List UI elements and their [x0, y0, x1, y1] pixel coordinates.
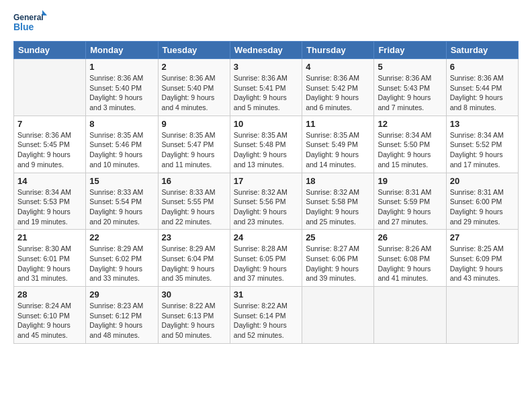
calendar-cell: 4Sunrise: 8:36 AMSunset: 5:42 PMDaylight…	[302, 59, 374, 116]
calendar-cell: 25Sunrise: 8:27 AMSunset: 6:06 PMDayligh…	[302, 230, 374, 287]
calendar-cell: 23Sunrise: 8:29 AMSunset: 6:04 PMDayligh…	[158, 230, 230, 287]
day-info: Sunrise: 8:34 AMSunset: 5:50 PMDaylight:…	[378, 130, 442, 170]
calendar-cell: 27Sunrise: 8:25 AMSunset: 6:09 PMDayligh…	[446, 230, 518, 287]
weekday-header: Thursday	[302, 42, 374, 59]
day-info: Sunrise: 8:23 AMSunset: 6:12 PMDaylight:…	[89, 301, 154, 340]
day-number: 21	[17, 232, 82, 242]
svg-text:General: General	[13, 13, 44, 22]
calendar-cell: 19Sunrise: 8:31 AMSunset: 5:59 PMDayligh…	[374, 173, 446, 230]
day-number: 12	[378, 119, 442, 129]
calendar-cell: 21Sunrise: 8:30 AMSunset: 6:01 PMDayligh…	[14, 230, 86, 287]
calendar-cell: 5Sunrise: 8:36 AMSunset: 5:43 PMDaylight…	[374, 59, 446, 116]
calendar-header: SundayMondayTuesdayWednesdayThursdayFrid…	[14, 42, 519, 59]
day-info: Sunrise: 8:26 AMSunset: 6:08 PMDaylight:…	[378, 244, 442, 283]
day-number: 27	[450, 232, 515, 242]
day-info: Sunrise: 8:36 AMSunset: 5:40 PMDaylight:…	[89, 73, 154, 113]
day-info: Sunrise: 8:35 AMSunset: 5:47 PMDaylight:…	[162, 130, 226, 170]
calendar-body: 1Sunrise: 8:36 AMSunset: 5:40 PMDaylight…	[14, 59, 519, 344]
day-info: Sunrise: 8:29 AMSunset: 6:04 PMDaylight:…	[162, 244, 226, 283]
day-number: 1	[89, 62, 154, 72]
day-number: 7	[17, 119, 82, 129]
calendar-cell	[446, 287, 518, 344]
calendar-cell	[302, 287, 374, 344]
calendar-cell: 12Sunrise: 8:34 AMSunset: 5:50 PMDayligh…	[374, 116, 446, 173]
day-info: Sunrise: 8:35 AMSunset: 5:46 PMDaylight:…	[89, 130, 154, 170]
calendar-cell: 13Sunrise: 8:34 AMSunset: 5:52 PMDayligh…	[446, 116, 518, 173]
day-info: Sunrise: 8:36 AMSunset: 5:44 PMDaylight:…	[450, 73, 515, 113]
day-info: Sunrise: 8:36 AMSunset: 5:40 PMDaylight:…	[162, 73, 226, 113]
weekday-header: Sunday	[14, 42, 86, 59]
weekday-header: Saturday	[446, 42, 518, 59]
day-info: Sunrise: 8:33 AMSunset: 5:55 PMDaylight:…	[162, 187, 226, 227]
day-number: 13	[450, 119, 515, 129]
day-number: 6	[450, 62, 515, 72]
day-number: 3	[234, 62, 298, 72]
calendar-cell: 17Sunrise: 8:32 AMSunset: 5:56 PMDayligh…	[230, 173, 302, 230]
day-info: Sunrise: 8:29 AMSunset: 6:02 PMDaylight:…	[89, 244, 154, 283]
calendar-cell: 31Sunrise: 8:22 AMSunset: 6:14 PMDayligh…	[230, 287, 302, 344]
day-info: Sunrise: 8:32 AMSunset: 5:56 PMDaylight:…	[234, 187, 298, 227]
day-info: Sunrise: 8:31 AMSunset: 5:59 PMDaylight:…	[378, 187, 442, 227]
day-number: 4	[306, 62, 370, 72]
calendar-cell: 18Sunrise: 8:32 AMSunset: 5:58 PMDayligh…	[302, 173, 374, 230]
calendar-cell: 10Sunrise: 8:35 AMSunset: 5:48 PMDayligh…	[230, 116, 302, 173]
logo: General Blue	[13, 10, 47, 34]
day-info: Sunrise: 8:32 AMSunset: 5:58 PMDaylight:…	[306, 187, 370, 227]
day-info: Sunrise: 8:27 AMSunset: 6:06 PMDaylight:…	[306, 244, 370, 283]
day-info: Sunrise: 8:34 AMSunset: 5:53 PMDaylight:…	[17, 187, 82, 227]
weekday-header: Wednesday	[230, 42, 302, 59]
calendar-cell: 11Sunrise: 8:35 AMSunset: 5:49 PMDayligh…	[302, 116, 374, 173]
day-number: 25	[306, 232, 370, 242]
day-number: 8	[89, 119, 154, 129]
day-info: Sunrise: 8:36 AMSunset: 5:45 PMDaylight:…	[17, 130, 82, 170]
calendar-cell: 15Sunrise: 8:33 AMSunset: 5:54 PMDayligh…	[86, 173, 158, 230]
calendar-cell: 2Sunrise: 8:36 AMSunset: 5:40 PMDaylight…	[158, 59, 230, 116]
calendar-cell: 22Sunrise: 8:29 AMSunset: 6:02 PMDayligh…	[86, 230, 158, 287]
day-number: 18	[306, 176, 370, 186]
day-info: Sunrise: 8:30 AMSunset: 6:01 PMDaylight:…	[17, 244, 82, 283]
page-header: General Blue	[13, 10, 519, 34]
calendar-cell: 24Sunrise: 8:28 AMSunset: 6:05 PMDayligh…	[230, 230, 302, 287]
svg-text:Blue: Blue	[13, 21, 34, 32]
weekday-header: Friday	[374, 42, 446, 59]
calendar-cell: 26Sunrise: 8:26 AMSunset: 6:08 PMDayligh…	[374, 230, 446, 287]
calendar-cell: 1Sunrise: 8:36 AMSunset: 5:40 PMDaylight…	[86, 59, 158, 116]
day-number: 24	[234, 232, 298, 242]
day-info: Sunrise: 8:34 AMSunset: 5:52 PMDaylight:…	[450, 130, 515, 170]
day-info: Sunrise: 8:22 AMSunset: 6:13 PMDaylight:…	[162, 301, 226, 340]
day-info: Sunrise: 8:36 AMSunset: 5:42 PMDaylight:…	[306, 73, 370, 113]
calendar-cell: 29Sunrise: 8:23 AMSunset: 6:12 PMDayligh…	[86, 287, 158, 344]
svg-marker-2	[42, 10, 47, 15]
day-number: 14	[17, 176, 82, 186]
day-number: 19	[378, 176, 442, 186]
day-info: Sunrise: 8:31 AMSunset: 6:00 PMDaylight:…	[450, 187, 515, 227]
day-info: Sunrise: 8:25 AMSunset: 6:09 PMDaylight:…	[450, 244, 515, 283]
weekday-header: Tuesday	[158, 42, 230, 59]
day-number: 23	[162, 232, 226, 242]
day-number: 15	[89, 176, 154, 186]
day-number: 9	[162, 119, 226, 129]
day-number: 20	[450, 176, 515, 186]
day-number: 2	[162, 62, 226, 72]
day-info: Sunrise: 8:36 AMSunset: 5:41 PMDaylight:…	[234, 73, 298, 113]
calendar-cell: 3Sunrise: 8:36 AMSunset: 5:41 PMDaylight…	[230, 59, 302, 116]
calendar-table: SundayMondayTuesdayWednesdayThursdayFrid…	[13, 41, 519, 344]
calendar-cell: 28Sunrise: 8:24 AMSunset: 6:10 PMDayligh…	[14, 287, 86, 344]
day-info: Sunrise: 8:35 AMSunset: 5:49 PMDaylight:…	[306, 130, 370, 170]
calendar-cell: 30Sunrise: 8:22 AMSunset: 6:13 PMDayligh…	[158, 287, 230, 344]
day-number: 10	[234, 119, 298, 129]
calendar-cell: 16Sunrise: 8:33 AMSunset: 5:55 PMDayligh…	[158, 173, 230, 230]
day-info: Sunrise: 8:36 AMSunset: 5:43 PMDaylight:…	[378, 73, 442, 113]
calendar-cell: 8Sunrise: 8:35 AMSunset: 5:46 PMDaylight…	[86, 116, 158, 173]
calendar-cell: 20Sunrise: 8:31 AMSunset: 6:00 PMDayligh…	[446, 173, 518, 230]
calendar-cell: 7Sunrise: 8:36 AMSunset: 5:45 PMDaylight…	[14, 116, 86, 173]
day-number: 5	[378, 62, 442, 72]
calendar-cell	[14, 59, 86, 116]
day-number: 22	[89, 232, 154, 242]
day-number: 11	[306, 119, 370, 129]
day-number: 16	[162, 176, 226, 186]
day-number: 26	[378, 232, 442, 242]
calendar-cell: 9Sunrise: 8:35 AMSunset: 5:47 PMDaylight…	[158, 116, 230, 173]
day-info: Sunrise: 8:24 AMSunset: 6:10 PMDaylight:…	[17, 301, 82, 340]
calendar-cell	[374, 287, 446, 344]
